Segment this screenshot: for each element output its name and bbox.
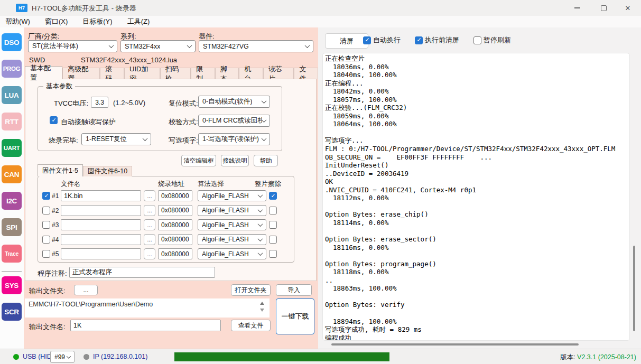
option-checkbox[interactable]: [415, 36, 423, 44]
clear-screen-button[interactable]: 清屏: [325, 33, 368, 49]
tab-文件[interactable]: 文件: [294, 68, 318, 79]
sidebar-item-rtt[interactable]: RTT: [2, 113, 22, 130]
chevron-down-icon: [187, 43, 192, 48]
filename-input[interactable]: [61, 248, 141, 259]
algo-select[interactable]: AlgoFile_FLASH: [198, 219, 266, 230]
sidebar-item-i2c[interactable]: I2C: [2, 192, 22, 210]
chevron-down-icon: [262, 117, 267, 123]
burn-address-input[interactable]: [158, 248, 192, 259]
browse-file-button[interactable]: ...: [144, 248, 155, 259]
algo-select[interactable]: AlgoFile_FLASH: [198, 234, 266, 245]
firmware-row: #3...AlgoFile_FLASH: [38, 219, 294, 230]
option-checkbox[interactable]: [473, 36, 481, 44]
one-key-download-button[interactable]: 一键下载: [276, 298, 314, 334]
burn-address-input[interactable]: [158, 205, 192, 216]
filename-input[interactable]: [61, 234, 141, 245]
clear-edit-button[interactable]: 清空编辑框: [181, 155, 216, 166]
wiring-help-button[interactable]: 接线说明: [221, 155, 249, 166]
tab-限制[interactable]: 限制: [191, 68, 215, 79]
menu-item[interactable]: 工具(Z): [127, 17, 150, 26]
sidebar-item-lua[interactable]: LUA: [2, 86, 22, 104]
write-option-select[interactable]: 1-写选项字(读保护): [198, 133, 270, 145]
part-select[interactable]: STM32F427VG: [199, 40, 313, 52]
sidebar-item-uart[interactable]: UART: [2, 139, 22, 157]
tab-高级配置[interactable]: 高级配置: [62, 68, 100, 79]
algo-select[interactable]: AlgoFile_FLASH: [198, 190, 266, 201]
log-option-1[interactable]: 执行前清屏: [415, 35, 459, 45]
scroll-down-icon[interactable]: [260, 309, 264, 312]
burn-address-input[interactable]: [158, 190, 192, 201]
view-file-button[interactable]: 查看文件: [231, 320, 271, 331]
vertical-scrollbar-thumb[interactable]: [633, 246, 635, 331]
file-enable-checkbox[interactable]: [42, 221, 50, 229]
erase-checkbox[interactable]: [269, 207, 277, 214]
port-select[interactable]: #99: [50, 351, 75, 363]
menu-item[interactable]: 目标板(Y): [82, 17, 112, 26]
erase-checkbox[interactable]: [269, 236, 277, 244]
browse-file-button[interactable]: ...: [144, 234, 155, 245]
interface-label: SWD: [29, 56, 45, 64]
minimize-button[interactable]: [566, 0, 588, 16]
sidebar-item-can[interactable]: CAN: [2, 165, 22, 183]
horizontal-scrollbar-thumb[interactable]: [331, 343, 579, 346]
reset-mode-label: 复位模式:: [169, 99, 198, 108]
menu-item[interactable]: 窗口(X): [45, 17, 68, 26]
burn-address-input[interactable]: [158, 219, 192, 230]
tab-固件文件1-5[interactable]: 固件文件1-5: [38, 164, 83, 176]
option-checkbox[interactable]: [363, 36, 371, 44]
vendor-select[interactable]: ST(意法半导体): [28, 40, 117, 52]
file-enable-checkbox[interactable]: [42, 236, 50, 244]
sidebar-item-scr[interactable]: SCR: [2, 303, 22, 321]
file-enable-checkbox[interactable]: [42, 192, 50, 200]
erase-checkbox[interactable]: [269, 250, 277, 258]
log-option-0[interactable]: 自动换行: [363, 35, 401, 45]
auto-protect-checkbox[interactable]: [50, 116, 58, 124]
burn-done-select[interactable]: 1-RESET复位: [81, 133, 151, 145]
output-folder-browse-button[interactable]: ...: [74, 285, 98, 295]
tab-滚码[interactable]: 滚码: [100, 68, 124, 79]
filename-input[interactable]: [61, 219, 141, 230]
output-path-box[interactable]: EMMC\H7-TOOL\Programmer\User\Demo: [25, 298, 270, 318]
sidebar-item-trace[interactable]: Trace: [2, 245, 22, 263]
tab-机台[interactable]: 机台: [239, 68, 263, 79]
sidebar-item-sys[interactable]: SYS: [2, 276, 22, 294]
erase-checkbox[interactable]: [269, 221, 277, 229]
tvcc-input[interactable]: [91, 97, 108, 108]
close-button[interactable]: ✕: [617, 0, 638, 16]
menu-item[interactable]: 帮助(W): [5, 17, 30, 26]
scroll-up-icon[interactable]: [260, 302, 264, 305]
sidebar-item-spi[interactable]: SPI: [2, 218, 22, 236]
tab-基本配置[interactable]: 基本配置: [25, 66, 62, 79]
comment-input[interactable]: [69, 267, 215, 278]
sidebar-item-dso[interactable]: DSO: [2, 33, 22, 51]
file-enable-checkbox[interactable]: [42, 207, 50, 214]
output-filename-input[interactable]: [70, 320, 221, 331]
tab-固件文件6-10[interactable]: 固件文件6-10: [83, 166, 132, 176]
file-enable-checkbox[interactable]: [42, 250, 50, 258]
browse-file-button[interactable]: ...: [144, 219, 155, 230]
filename-input[interactable]: [61, 205, 141, 216]
filename-input[interactable]: [61, 190, 141, 201]
help-button[interactable]: 帮助: [254, 155, 278, 166]
tab-读芯片[interactable]: 读芯片: [263, 68, 294, 79]
tab-脚本[interactable]: 脚本: [215, 68, 239, 79]
browse-file-button[interactable]: ...: [144, 190, 155, 201]
tab-扫码枪[interactable]: 扫码枪: [160, 68, 191, 79]
file-number-label: #5: [52, 250, 59, 258]
sidebar-item-prog[interactable]: PROG: [2, 60, 22, 78]
reset-mode-select[interactable]: 0-自动模式(软件): [198, 96, 270, 108]
erase-checkbox[interactable]: [269, 192, 277, 200]
algo-select[interactable]: AlgoFile_FLASH: [198, 248, 266, 259]
open-folder-button[interactable]: 打开文件夹: [231, 284, 271, 296]
series-select[interactable]: STM32F4xx: [120, 40, 196, 52]
burn-address-input[interactable]: [158, 234, 192, 245]
maximize-button[interactable]: [593, 0, 614, 16]
log-option-2[interactable]: 暂停刷新: [473, 35, 511, 45]
algo-select[interactable]: AlgoFile_FLASH: [198, 205, 266, 216]
tvcc-range: (1.2~5.0V): [113, 99, 145, 107]
verify-mode-select[interactable]: 0-FLM CRC或读回校验: [198, 115, 270, 127]
import-button[interactable]: 导入: [276, 284, 312, 296]
config-tab-bar: 基本配置高级配置滚码UID加密扫码枪限制脚本机台读芯片文件: [25, 66, 318, 79]
tab-UID加密[interactable]: UID加密: [124, 68, 160, 79]
browse-file-button[interactable]: ...: [144, 205, 155, 216]
